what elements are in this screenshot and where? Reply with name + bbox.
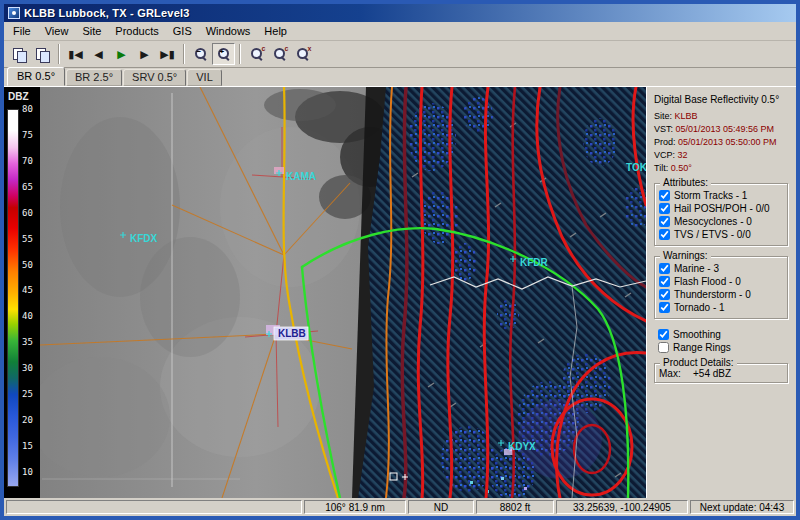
checkbox-row: Thunderstorm - 0 (659, 289, 783, 300)
tilt-value: 0.50° (671, 163, 692, 173)
flash-flood-label: Flash Flood - 0 (674, 276, 741, 287)
pan-crosshair-icon[interactable]: + (212, 43, 235, 65)
tab-br-05[interactable]: BR 0.5° (7, 67, 65, 86)
checkbox-row: Mesocyclones - 0 (659, 216, 783, 227)
vcp-label: VCP: (654, 150, 675, 160)
colorbar-tick: 65 (22, 183, 33, 192)
hail-checkbox[interactable] (659, 203, 670, 214)
toolbar-separator (58, 44, 60, 64)
mesocyclones-checkbox[interactable] (659, 216, 670, 227)
colorbar-tick: 75 (22, 131, 33, 140)
menu-site[interactable]: Site (75, 23, 108, 39)
zoom-out-glyph: − (194, 47, 208, 61)
checkbox-row: Smoothing (658, 329, 790, 340)
colorbar-tick: 45 (22, 286, 33, 295)
tab-br-25[interactable]: BR 2.5° (66, 69, 122, 86)
range-rings-checkbox[interactable] (658, 342, 669, 353)
tvs-checkbox[interactable] (659, 229, 670, 240)
title-bar[interactable]: KLBB Lubbock, TX - GRLevel3 (4, 4, 796, 22)
menu-help[interactable]: Help (257, 23, 294, 39)
menu-gis[interactable]: GIS (166, 23, 199, 39)
max-value: +54 dBZ (693, 368, 731, 379)
storm-tracks-label: Storm Tracks - 1 (674, 190, 747, 201)
colorbar-tick: 55 (22, 235, 33, 244)
zoom-in-glyph: + (217, 47, 231, 61)
colorbar-tick: 70 (22, 157, 33, 166)
first-frame-icon[interactable]: ▮◀ (64, 43, 87, 65)
next-frame-icon[interactable]: ▶ (133, 43, 156, 65)
colorbar-tick: 40 (22, 312, 33, 321)
station-label-kdyx: KDYX (508, 441, 536, 452)
tab-vil[interactable]: VIL (187, 69, 222, 86)
smoothing-label: Smoothing (673, 329, 721, 340)
menu-windows[interactable]: Windows (199, 23, 258, 39)
site-label: Site: (654, 111, 672, 121)
checkbox-row: TVS / ETVS - 0/0 (659, 229, 783, 240)
station-label-kfdr: KFDR (520, 257, 549, 268)
zoom-preset-2-icon[interactable]: c (268, 43, 291, 65)
max-label: Max: (659, 368, 693, 379)
warnings-title: Warnings: (660, 250, 711, 261)
content-area: DBZ 80 75 70 65 60 55 50 45 40 35 30 25 … (4, 87, 796, 498)
zoom-preset-3-icon[interactable]: x (291, 43, 314, 65)
copy-pages-glyph (36, 48, 49, 61)
dbz-colorbar: DBZ 80 75 70 65 60 55 50 45 40 35 30 25 … (4, 87, 40, 498)
colorbar-tick: 15 (22, 442, 33, 451)
display-options: Smoothing Range Rings (658, 329, 790, 353)
hail-label: Hail POSH/POH - 0/0 (674, 203, 770, 214)
app-icon[interactable] (8, 7, 20, 19)
zoom-preset-1-glyph: c (250, 47, 264, 61)
station-label-kama: KAMA (286, 171, 316, 182)
zoom-out-icon[interactable]: − (189, 43, 212, 65)
product-tabs: BR 0.5° BR 2.5° SRV 0.5° VIL (4, 68, 796, 87)
storm-tracks-checkbox[interactable] (659, 190, 670, 201)
checkbox-row: Storm Tracks - 1 (659, 190, 783, 201)
flash-flood-checkbox[interactable] (659, 276, 670, 287)
play-icon[interactable]: ▶ (110, 43, 133, 65)
status-bar: 106° 81.9 nm ND 8802 ft 33.25639, -100.2… (4, 498, 796, 516)
terrain-layer (40, 87, 400, 498)
tilt-line: Tilt: 0.50° (654, 163, 790, 173)
thunderstorm-label: Thunderstorm - 0 (674, 289, 751, 300)
copy-pages-icon[interactable] (31, 43, 54, 65)
menu-bar: File View Site Products GIS Windows Help (4, 22, 796, 41)
vst-value: 05/01/2013 05:49:56 PM (676, 124, 775, 134)
colorbar-tick: 60 (22, 209, 33, 218)
prev-frame-icon[interactable]: ◀ (87, 43, 110, 65)
toolbar: ▮◀ ◀ ▶ ▶ ▶▮ − + c c x (4, 41, 796, 68)
menu-products[interactable]: Products (108, 23, 165, 39)
copy-page-icon[interactable] (8, 43, 31, 65)
tornado-checkbox[interactable] (659, 302, 670, 313)
zoom-preset-1-icon[interactable]: c (245, 43, 268, 65)
colorbar-tick: 30 (22, 364, 33, 373)
last-frame-icon[interactable]: ▶▮ (156, 43, 179, 65)
tab-srv-05[interactable]: SRV 0.5° (123, 69, 186, 86)
colorbar-title: DBZ (4, 87, 40, 102)
colorbar-tick: 25 (22, 390, 33, 399)
thunderstorm-checkbox[interactable] (659, 289, 670, 300)
station-label-tok: TOK (626, 162, 646, 173)
attributes-group: Attributes: Storm Tracks - 1 Hail POSH/P… (654, 183, 788, 246)
checkbox-row: Flash Flood - 0 (659, 276, 783, 287)
checkbox-row: Tornado - 1 (659, 302, 783, 313)
radar-map[interactable]: KAMA KFDX KFDR KLBB KDYX TOK (40, 87, 646, 498)
vst-label: VST: (654, 124, 673, 134)
colorbar-labels: 80 75 70 65 60 55 50 45 40 35 30 25 20 1… (22, 105, 33, 477)
status-message (6, 500, 302, 514)
zoom-preset-3-glyph: x (296, 47, 310, 61)
toolbar-separator (239, 44, 241, 64)
site-value: KLBB (675, 111, 698, 121)
smoothing-checkbox[interactable] (658, 329, 669, 340)
colorbar-tick: 10 (22, 468, 33, 477)
prod-value: 05/01/2013 05:50:00 PM (678, 137, 777, 147)
menu-file[interactable]: File (6, 23, 38, 39)
checkbox-row: Marine - 3 (659, 263, 783, 274)
product-title: Digital Base Reflectivity 0.5° (654, 94, 790, 105)
site-line: Site: KLBB (654, 111, 790, 121)
status-data-value: ND (408, 500, 474, 514)
attributes-title: Attributes: (660, 177, 711, 188)
prod-line: Prod: 05/01/2013 05:50:00 PM (654, 137, 790, 147)
station-label-kfdx: KFDX (130, 233, 158, 244)
menu-view[interactable]: View (38, 23, 76, 39)
marine-checkbox[interactable] (659, 263, 670, 274)
